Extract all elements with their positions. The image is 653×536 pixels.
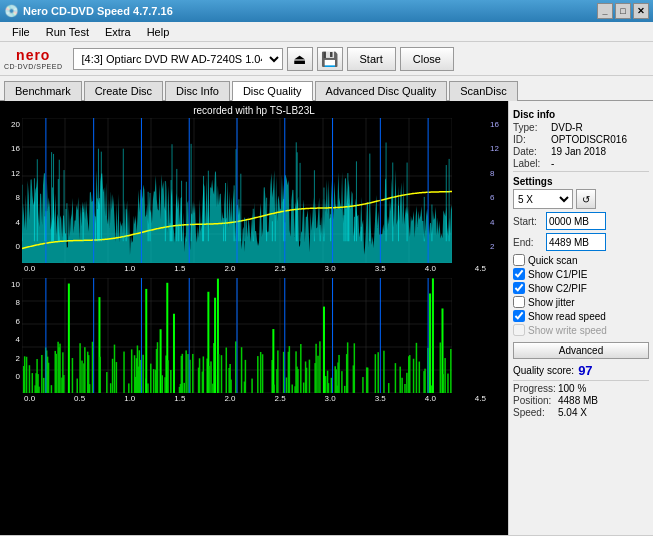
nero-sub: CD·DVD/SPEED	[4, 63, 63, 70]
start-input[interactable]	[546, 212, 606, 230]
speed-select[interactable]: 5 X	[513, 189, 573, 209]
maximize-button[interactable]: □	[615, 3, 631, 19]
tab-scan-disc[interactable]: ScanDisc	[449, 81, 517, 101]
top-chart-x-axis: 0.00.51.01.52.02.53.03.54.04.5	[22, 263, 488, 274]
position-row: Position: 4488 MB	[513, 395, 649, 406]
quality-score-row: Quality score: 97	[513, 363, 649, 378]
end-row: End:	[513, 233, 649, 251]
title-bar-text: Nero CD-DVD Speed 4.7.7.16	[23, 5, 173, 17]
show-write-speed-row: Show write speed	[513, 324, 649, 336]
toolbar: nero CD·DVD/SPEED [4:3] Optiarc DVD RW A…	[0, 42, 653, 76]
position-value: 4488 MB	[558, 395, 598, 406]
menu-extra[interactable]: Extra	[97, 24, 139, 40]
tab-create-disc[interactable]: Create Disc	[84, 81, 163, 101]
nero-brand: nero	[16, 47, 50, 63]
speed-value2: 5.04 X	[558, 407, 587, 418]
show-c2-checkbox[interactable]	[513, 282, 525, 294]
speed-row: 5 X ↺	[513, 189, 649, 209]
drive-select[interactable]: [4:3] Optiarc DVD RW AD-7240S 1.04	[73, 48, 283, 70]
sidebar: Disc info Type: DVD-R ID: OPTODISCR016 D…	[508, 101, 653, 535]
progress-row: Progress: 100 %	[513, 383, 649, 394]
quick-scan-row: Quick scan	[513, 254, 649, 266]
show-write-speed-checkbox	[513, 324, 525, 336]
show-write-speed-label: Show write speed	[528, 325, 607, 336]
type-label: Type:	[513, 122, 551, 133]
speed-label2: Speed:	[513, 407, 558, 418]
advanced-button[interactable]: Advanced	[513, 342, 649, 359]
end-input[interactable]	[546, 233, 606, 251]
show-c1-row: Show C1/PIE	[513, 268, 649, 280]
top-chart-y-left: 201612840	[2, 118, 22, 263]
date-label: Date:	[513, 146, 551, 157]
top-chart-wrapper: 201612840 16128642	[2, 118, 506, 263]
show-read-speed-label: Show read speed	[528, 311, 606, 322]
menu-bar: File Run Test Extra Help	[0, 22, 653, 42]
show-jitter-checkbox[interactable]	[513, 296, 525, 308]
label-row: Label: -	[513, 158, 649, 169]
position-label: Position:	[513, 395, 558, 406]
progress-label: Progress:	[513, 383, 558, 394]
progress-value: 100 %	[558, 383, 586, 394]
tab-disc-info[interactable]: Disc Info	[165, 81, 230, 101]
close-main-button[interactable]: Close	[400, 47, 454, 71]
id-row: ID: OPTODISCR016	[513, 134, 649, 145]
tab-benchmark[interactable]: Benchmark	[4, 81, 82, 101]
tab-advanced-disc-quality[interactable]: Advanced Disc Quality	[315, 81, 448, 101]
save-icon-btn[interactable]: 💾	[317, 47, 343, 71]
title-bar: 💿 Nero CD-DVD Speed 4.7.7.16 _ □ ✕	[0, 0, 653, 22]
date-row: Date: 19 Jan 2018	[513, 146, 649, 157]
bottom-chart-y-left: 1086420	[2, 278, 22, 393]
bottom-chart-canvas	[22, 278, 488, 393]
id-value: OPTODISCR016	[551, 134, 627, 145]
id-label: ID:	[513, 134, 551, 145]
chart-area: recorded with hp TS-LB23L 201612840 1612…	[0, 101, 508, 535]
type-value: DVD-R	[551, 122, 583, 133]
type-row: Type: DVD-R	[513, 122, 649, 133]
refresh-button[interactable]: ↺	[576, 189, 596, 209]
show-jitter-row: Show jitter	[513, 296, 649, 308]
quality-score-value: 97	[578, 363, 592, 378]
menu-run-test[interactable]: Run Test	[38, 24, 97, 40]
show-read-speed-row: Show read speed	[513, 310, 649, 322]
show-read-speed-checkbox[interactable]	[513, 310, 525, 322]
quick-scan-label: Quick scan	[528, 255, 577, 266]
title-bar-buttons: _ □ ✕	[597, 3, 649, 19]
tab-disc-quality[interactable]: Disc Quality	[232, 81, 313, 101]
tab-bar: Benchmark Create Disc Disc Info Disc Qua…	[0, 76, 653, 101]
date-value: 19 Jan 2018	[551, 146, 606, 157]
top-chart-canvas	[22, 118, 488, 263]
show-jitter-label: Show jitter	[528, 297, 575, 308]
close-button[interactable]: ✕	[633, 3, 649, 19]
label-label: Label:	[513, 158, 551, 169]
top-chart-y-right: 16128642	[488, 118, 506, 263]
main-content: recorded with hp TS-LB23L 201612840 1612…	[0, 101, 653, 535]
menu-file[interactable]: File	[4, 24, 38, 40]
quality-score-label: Quality score:	[513, 365, 574, 376]
menu-help[interactable]: Help	[139, 24, 178, 40]
chart-title: recorded with hp TS-LB23L	[2, 103, 506, 118]
start-row: Start:	[513, 212, 649, 230]
show-c1-label: Show C1/PIE	[528, 269, 587, 280]
speed-row2: Speed: 5.04 X	[513, 407, 649, 418]
start-button[interactable]: Start	[347, 47, 396, 71]
show-c2-row: Show C2/PIF	[513, 282, 649, 294]
start-label: Start:	[513, 216, 543, 227]
minimize-button[interactable]: _	[597, 3, 613, 19]
bottom-chart-x-axis: 0.00.51.01.52.02.53.03.54.04.5	[22, 393, 488, 404]
show-c1-checkbox[interactable]	[513, 268, 525, 280]
quick-scan-checkbox[interactable]	[513, 254, 525, 266]
eject-icon-btn[interactable]: ⏏	[287, 47, 313, 71]
label-value: -	[551, 158, 554, 169]
app-icon: 💿	[4, 4, 19, 18]
settings-title: Settings	[513, 176, 649, 187]
disc-info-title: Disc info	[513, 109, 649, 120]
end-label: End:	[513, 237, 543, 248]
bottom-chart-wrapper: 1086420	[2, 278, 506, 393]
show-c2-label: Show C2/PIF	[528, 283, 587, 294]
nero-logo: nero CD·DVD/SPEED	[4, 47, 63, 70]
